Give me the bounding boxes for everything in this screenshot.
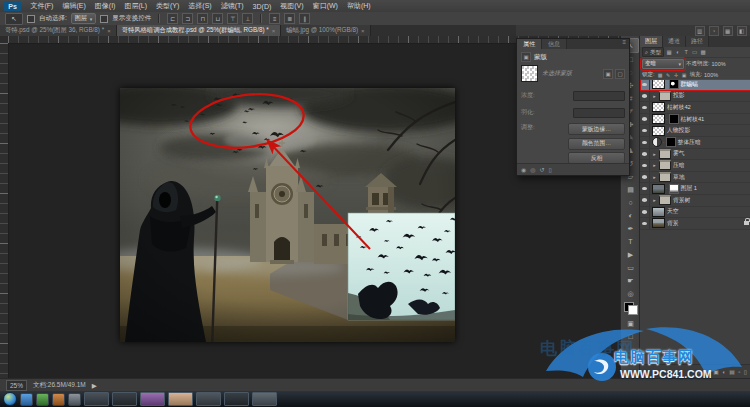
layer-row-group[interactable]: ▸ 雾气 <box>640 149 750 161</box>
layer-thumbnail[interactable] <box>652 218 665 228</box>
photoshop-logo[interactable]: Ps <box>4 1 21 11</box>
new-layer-icon[interactable]: ▫ <box>738 369 740 375</box>
panel-dock-icon[interactable]: ◧ <box>737 26 747 36</box>
layer-name[interactable]: 枯树枝41 <box>681 115 705 124</box>
document-canvas[interactable] <box>120 88 455 342</box>
expand-caret-icon[interactable]: ▸ <box>652 162 657 168</box>
layer-row[interactable]: · 枯树枝41 <box>640 114 750 126</box>
taskbar-window-thumbnail[interactable] <box>112 392 137 406</box>
visibility-toggle[interactable] <box>640 207 650 218</box>
color-swatches[interactable] <box>624 302 638 315</box>
layer-name[interactable]: 雾气 <box>673 149 685 158</box>
panel-dock-icon[interactable]: ▦ <box>723 26 733 36</box>
density-slider[interactable] <box>573 91 625 101</box>
link-layers-icon[interactable]: ∞ <box>698 369 702 375</box>
visibility-toggle[interactable] <box>640 195 650 206</box>
visibility-toggle[interactable] <box>640 149 650 160</box>
layer-row-background[interactable]: 背景 <box>640 218 750 230</box>
layer-row-group[interactable]: ▸ 背景树 <box>640 195 750 207</box>
color-range-button[interactable]: 颜色范围… <box>568 138 625 150</box>
menu-filter[interactable]: 滤镜(T) <box>216 1 248 11</box>
tab-layers[interactable]: 图层 <box>640 36 663 47</box>
layer-thumbnail[interactable] <box>652 102 665 112</box>
layer-name[interactable]: 背景树 <box>673 196 690 205</box>
lock-transparency-icon[interactable]: ▩ <box>657 71 664 79</box>
blur-tool[interactable]: ○ <box>623 196 638 209</box>
blend-mode-dropdown[interactable]: 变暗 ▾ <box>642 59 684 69</box>
layer-name[interactable]: 整体压暗 <box>678 138 701 147</box>
distribute-top-icon[interactable]: ≡ <box>269 13 280 24</box>
taskbar-app-icon[interactable] <box>36 393 49 406</box>
zoom-tool[interactable]: ◎ <box>623 287 638 300</box>
menu-layer[interactable]: 图层(L) <box>120 1 152 11</box>
apply-mask-icon[interactable]: ◎ <box>530 166 535 173</box>
visibility-toggle[interactable] <box>640 114 650 125</box>
visibility-toggle[interactable] <box>640 79 650 90</box>
tab-info[interactable]: 信息 <box>542 39 567 49</box>
new-adjustment-icon[interactable]: ◐ <box>722 369 726 375</box>
lock-pixels-icon[interactable]: ✎ <box>665 71 672 79</box>
layer-mask-thumbnail[interactable] <box>669 114 679 124</box>
zoom-level-field[interactable]: 25% <box>6 380 27 391</box>
tab-properties[interactable]: 属性 <box>517 39 542 49</box>
screen-mode-icon[interactable]: □ <box>623 330 638 343</box>
visibility-toggle[interactable] <box>640 160 650 171</box>
gradient-tool[interactable]: ▤ <box>623 183 638 196</box>
mask-thumbnail[interactable] <box>521 65 538 82</box>
visibility-toggle[interactable] <box>640 125 650 136</box>
taskbar-window-thumbnail[interactable] <box>252 392 277 406</box>
layer-filter-dropdown[interactable]: ⌕ 类型 <box>642 47 664 57</box>
show-transform-checkbox[interactable] <box>100 15 108 23</box>
taskbar-window-thumbnail[interactable] <box>196 392 221 406</box>
visibility-toggle[interactable] <box>640 218 650 229</box>
layer-name[interactable]: 压暗 <box>673 161 685 170</box>
layer-row-group[interactable]: ▸ 投影 <box>640 91 750 103</box>
distribute-middle-icon[interactable]: ≣ <box>284 13 295 24</box>
add-mask-icon[interactable]: ▣ <box>713 369 718 375</box>
path-selection-tool[interactable]: ▶ <box>623 248 638 261</box>
document-tab-1[interactable]: 哥特.psd @ 25%(图层 36, RGB/8) * × <box>0 25 117 36</box>
filter-adjustment-icon[interactable]: ◐ <box>674 48 681 56</box>
menu-file[interactable]: 文件(F) <box>26 1 58 11</box>
menu-window[interactable]: 窗口(W) <box>308 1 342 11</box>
align-middle-icon[interactable]: ⊤ <box>227 13 238 24</box>
visibility-toggle[interactable] <box>640 102 650 113</box>
layer-row-bats[interactable]: · 群蝙蝠 <box>640 79 750 91</box>
layer-name[interactable]: 人物投影 <box>667 126 690 135</box>
panel-dock-icon[interactable]: ◔ <box>709 26 719 36</box>
menu-type[interactable]: 类型(Y) <box>151 1 183 11</box>
taskbar-window-thumbnail[interactable] <box>84 392 109 406</box>
layer-row[interactable]: · 图层 1 <box>640 183 750 195</box>
layer-row[interactable]: 天空 <box>640 207 750 219</box>
quick-mask-icon[interactable]: ▣ <box>623 317 638 330</box>
filter-pixel-icon[interactable]: ▦ <box>666 48 673 56</box>
layer-mask-thumbnail[interactable] <box>669 79 679 89</box>
menu-help[interactable]: 帮助(H) <box>342 1 375 11</box>
layer-style-icon[interactable]: fx <box>705 369 710 375</box>
hand-tool[interactable]: ☛ <box>623 274 638 287</box>
tab-channels[interactable]: 通道 <box>663 36 686 47</box>
align-bottom-icon[interactable]: ⊥ <box>242 13 253 24</box>
layer-name[interactable]: 投影 <box>673 91 685 100</box>
auto-select-dropdown[interactable]: 图层 ▾ <box>71 13 97 24</box>
taskbar-window-thumbnail[interactable] <box>168 392 193 406</box>
visibility-toggle[interactable] <box>640 183 650 194</box>
layer-name[interactable]: 图层 1 <box>681 184 697 193</box>
pen-tool[interactable]: ✒ <box>623 222 638 235</box>
filter-type-icon[interactable]: T <box>683 48 690 56</box>
taskbar-app-icon[interactable] <box>68 393 81 406</box>
menu-view[interactable]: 视图(V) <box>276 1 308 11</box>
layer-thumbnail[interactable] <box>652 184 665 194</box>
visibility-toggle[interactable] <box>640 137 650 148</box>
layer-thumbnail[interactable] <box>652 126 665 136</box>
distribute-bottom-icon[interactable]: ∥ <box>299 13 310 24</box>
status-options-arrow-icon[interactable]: ▶ <box>92 382 97 390</box>
panel-menu-icon[interactable]: ≡ <box>619 39 629 49</box>
visibility-toggle[interactable] <box>640 91 650 102</box>
type-tool[interactable]: T <box>623 235 638 248</box>
layer-name[interactable]: 天空 <box>667 207 679 216</box>
filter-smart-icon[interactable]: ▩ <box>700 48 707 56</box>
align-top-icon[interactable]: ⊔ <box>212 13 223 24</box>
visibility-toggle[interactable] <box>640 172 650 183</box>
taskbar-window-thumbnail[interactable] <box>140 392 165 406</box>
